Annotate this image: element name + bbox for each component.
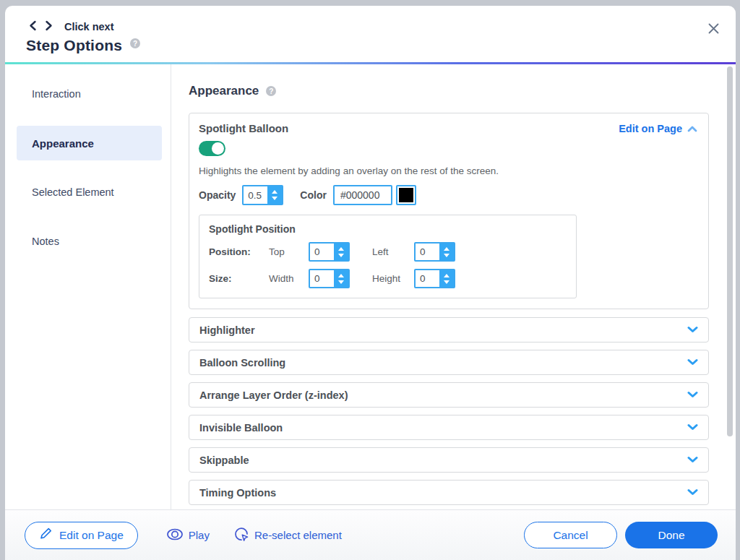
next-step-button[interactable] [43,19,54,35]
chevron-left-icon [29,20,37,33]
top-input[interactable] [310,244,334,260]
width-input[interactable] [310,270,334,287]
spotlight-balloon-title: Spotlight Balloon [199,122,288,134]
accordion-label: Arrange Layer Order (z-index) [199,389,348,401]
chevron-right-icon [45,20,53,33]
left-stepper[interactable] [439,244,454,260]
size-row-label: Size: [209,273,269,284]
modal-header: Click next Step Options ? [5,6,736,62]
page-title: Step Options [26,37,122,54]
chevron-down-icon [687,389,698,400]
toggle-knob [212,142,224,155]
accordion-invisible-balloon[interactable]: Invisible Balloon [189,415,709,440]
opacity-stepper[interactable] [267,186,282,204]
width-label: Width [269,273,309,284]
step-nav: Click next [27,19,736,35]
chevron-down-icon [687,357,698,368]
step-name: Click next [64,21,114,33]
play-button[interactable]: Play [166,528,210,543]
reselect-button-label: Re-select element [254,529,342,541]
color-label: Color [300,189,327,201]
section-heading: Appearance [189,84,259,98]
edit-on-page-button[interactable]: Edit on Page [25,522,138,549]
accordion-label: Highlighter [199,324,255,336]
left-label: Left [372,246,414,257]
accordion-skippable[interactable]: Skippable [189,447,709,473]
height-input[interactable] [416,270,439,287]
modal-footer: Edit on Page Play Re-select element Canc… [5,509,736,560]
cursor-select-icon [234,527,249,544]
accordion-label: Skippable [199,455,249,466]
height-spinner [414,269,455,288]
stepper-down-icon[interactable] [444,280,449,284]
height-label: Height [372,273,414,284]
chevron-down-icon [687,487,698,498]
sidebar-item-appearance[interactable]: Appearance [17,126,162,160]
left-input[interactable] [416,244,439,260]
opacity-spinner [242,185,283,205]
cancel-button[interactable]: Cancel [524,522,617,548]
height-stepper[interactable] [439,270,454,287]
top-stepper[interactable] [334,244,348,260]
modal-body: Interaction Appearance Selected Element … [5,64,736,509]
chevron-down-icon [687,422,698,433]
play-button-label: Play [189,529,210,541]
reselect-element-button[interactable]: Re-select element [234,527,342,544]
edit-on-page-button-label: Edit on Page [59,529,124,542]
accordion-timing-options[interactable]: Timing Options [189,480,709,505]
edit-on-page-link[interactable]: Edit on Page [619,123,697,134]
stepper-down-icon[interactable] [272,197,278,200]
spotlight-description: Highlights the element by adding an over… [199,165,697,176]
help-icon[interactable]: ? [266,86,276,96]
stepper-up-icon[interactable] [338,274,344,277]
help-icon[interactable]: ? [130,38,140,48]
pencil-icon [39,527,53,543]
sidebar-item-interaction[interactable]: Interaction [5,77,171,111]
spotlight-position-box: Spotlight Position Position: Top Left [199,215,577,298]
sidebar-item-notes[interactable]: Notes [5,224,171,259]
stepper-up-icon[interactable] [444,247,449,251]
top-spinner [309,242,350,262]
position-row-label: Position: [209,246,269,257]
content-panel: Appearance ? Spotlight Balloon Edit on P… [171,64,736,509]
prev-step-button[interactable] [27,19,38,35]
edit-on-page-label: Edit on Page [619,123,682,134]
eye-icon [166,528,184,543]
chevron-up-icon [687,123,697,134]
opacity-input[interactable] [244,186,267,204]
sidebar-item-selected-element[interactable]: Selected Element [5,175,171,210]
width-stepper[interactable] [334,270,348,287]
accordion-arrange-layer-order[interactable]: Arrange Layer Order (z-index) [189,382,709,408]
top-label: Top [269,246,309,257]
done-button[interactable]: Done [625,522,718,548]
color-swatch-fill [399,188,413,202]
close-icon [707,26,720,37]
spotlight-position-title: Spotlight Position [209,223,567,235]
accordion-label: Invisible Balloon [199,422,283,434]
chevron-down-icon [687,455,698,465]
close-button[interactable] [706,21,721,38]
accordion-label: Timing Options [199,487,276,499]
scrollbar-thumb[interactable] [727,66,733,436]
stepper-down-icon[interactable] [338,280,344,284]
step-options-modal: Click next Step Options ? Interaction Ap… [5,6,736,560]
accordion-label: Balloon Scrolling [199,357,285,369]
chevron-down-icon [687,324,698,335]
spotlight-balloon-card: Spotlight Balloon Edit on Page Highlight… [189,113,709,309]
width-spinner [309,269,350,288]
stepper-down-icon[interactable] [338,254,344,257]
left-spinner [414,242,455,262]
color-swatch[interactable] [396,185,416,205]
stepper-up-icon[interactable] [338,247,344,251]
stepper-up-icon[interactable] [272,190,278,194]
color-input[interactable] [333,185,392,205]
accordion-balloon-scrolling[interactable]: Balloon Scrolling [189,350,709,375]
accordion-highlighter[interactable]: Highlighter [189,317,709,343]
sidebar: Interaction Appearance Selected Element … [5,64,171,509]
stepper-down-icon[interactable] [444,254,449,257]
spotlight-toggle[interactable] [199,141,225,156]
opacity-label: Opacity [199,189,236,201]
stepper-up-icon[interactable] [444,274,449,277]
